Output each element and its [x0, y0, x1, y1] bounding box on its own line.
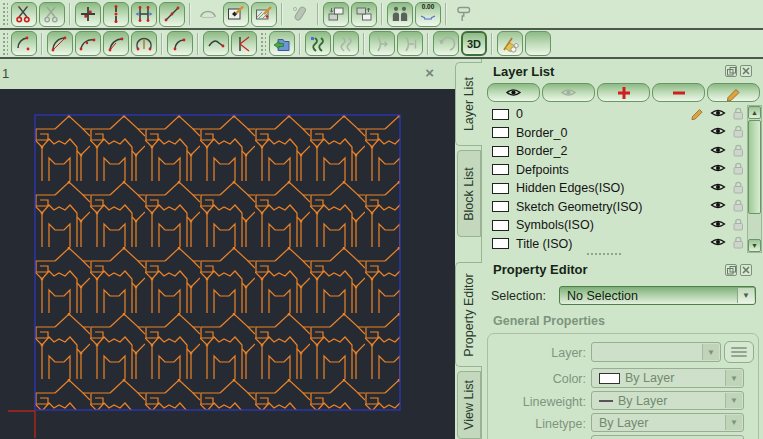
show-all-layers-button[interactable]: [487, 83, 540, 102]
layer-visibility-eye-icon[interactable]: [710, 236, 726, 251]
layer-color-swatch[interactable]: [492, 183, 509, 194]
layer-color-swatch[interactable]: [492, 146, 509, 157]
layer-color-swatch[interactable]: [492, 220, 509, 231]
remove-layer-button[interactable]: [652, 83, 705, 102]
ellipse-arc-button[interactable]: [195, 2, 221, 27]
layer-color-swatch[interactable]: [492, 164, 509, 175]
view-3d-button[interactable]: 3D: [461, 31, 487, 56]
layer-row[interactable]: Symbols(ISO): [487, 216, 747, 235]
layer-lock-icon[interactable]: [731, 198, 745, 215]
trim-scissors-button[interactable]: [11, 2, 37, 27]
edit-hatch-button[interactable]: [251, 2, 277, 27]
polyline-add-node-button[interactable]: [333, 31, 359, 56]
layer-row[interactable]: Hidden Edges(ISO): [487, 179, 747, 198]
arc-angle-button[interactable]: [231, 31, 257, 56]
linetype-field-combo[interactable]: By Layer ▼: [591, 413, 744, 432]
divide-button[interactable]: [159, 2, 185, 27]
property-editor-close-button[interactable]: [740, 264, 752, 276]
tab-property-editor[interactable]: Property Editor: [455, 262, 482, 367]
layer-lock-icon[interactable]: [731, 124, 745, 141]
layer-list-scrollbar[interactable]: ▲ ▼: [747, 105, 762, 253]
add-layer-button[interactable]: [597, 83, 650, 102]
drawing-close-icon[interactable]: ×: [425, 64, 434, 81]
dropdown-arrow-icon[interactable]: ▼: [725, 370, 742, 386]
lengthen-button[interactable]: [103, 2, 129, 27]
toolbar-drag-handle[interactable]: [2, 2, 8, 26]
scroll-up-button[interactable]: ▲: [748, 106, 761, 119]
arc-continue-button[interactable]: [167, 31, 193, 56]
arc-reverse-button[interactable]: [203, 31, 229, 56]
drawing-tab-label: 1: [2, 66, 9, 81]
layer-color-swatch[interactable]: [492, 238, 509, 249]
edit-attributes-button[interactable]: [223, 2, 249, 27]
dropdown-arrow-icon[interactable]: ▼: [725, 393, 742, 408]
arc-center-button[interactable]: [131, 31, 157, 56]
layer-lock-icon[interactable]: [731, 235, 745, 252]
stretch-button[interactable]: [131, 2, 157, 27]
import-block-button[interactable]: [269, 31, 295, 56]
clean-drawing-button[interactable]: [497, 31, 523, 56]
order-top-button[interactable]: [323, 2, 349, 27]
trim-two-button[interactable]: [75, 2, 101, 27]
layer-row[interactable]: Border_0: [487, 124, 747, 143]
layer-color-swatch[interactable]: [492, 109, 509, 120]
selection-combo[interactable]: No Selection ▼: [559, 286, 756, 305]
layer-list-close-button[interactable]: [740, 65, 752, 77]
arc-point-button[interactable]: [11, 31, 37, 56]
property-editor-float-button[interactable]: [725, 264, 737, 276]
layer-row[interactable]: Title (ISO): [487, 235, 747, 254]
lineweight-field-combo[interactable]: By Layer ▼: [591, 391, 744, 410]
arc-start-end-button[interactable]: [47, 31, 73, 56]
drawing-canvas[interactable]: [0, 89, 455, 439]
polyline-trim-button[interactable]: [397, 31, 423, 56]
layer-list-float-button[interactable]: [725, 65, 737, 77]
layer-row[interactable]: Sketch Geometry(ISO): [487, 198, 747, 217]
tab-block-list[interactable]: Block List: [457, 150, 481, 237]
layer-visibility-eye-icon[interactable]: [710, 107, 726, 122]
arc-tangent-button[interactable]: [103, 31, 129, 56]
tab-view-list[interactable]: View List: [457, 371, 481, 439]
toggle-visibility-button[interactable]: [387, 2, 413, 27]
layer-visibility-eye-icon[interactable]: [710, 218, 726, 233]
scroll-down-button[interactable]: ▼: [748, 239, 761, 252]
hide-all-layers-button[interactable]: [542, 83, 595, 102]
dropdown-arrow-icon[interactable]: ▼: [725, 415, 742, 430]
layer-color-swatch[interactable]: [492, 201, 509, 212]
layer-visibility-eye-icon[interactable]: [710, 181, 726, 196]
layer-visibility-eye-icon[interactable]: [710, 125, 726, 140]
eraser-button[interactable]: [287, 2, 313, 27]
color-field-combo[interactable]: By Layer ▼: [591, 368, 744, 388]
tab-layer-list[interactable]: Layer List: [455, 62, 482, 146]
layer-menu-button[interactable]: [724, 341, 754, 363]
layer-row[interactable]: Border_2: [487, 142, 747, 161]
dropdown-arrow-icon[interactable]: ▼: [737, 288, 754, 303]
trim-scissors-disabled-button[interactable]: [39, 2, 65, 27]
arc-chord-button[interactable]: [75, 31, 101, 56]
toolbar-drag-handle[interactable]: [260, 32, 266, 56]
order-bottom-button[interactable]: [351, 2, 377, 27]
layer-field-combo[interactable]: ▼: [591, 342, 721, 362]
dropdown-arrow-icon[interactable]: ▼: [702, 344, 719, 360]
layer-lock-icon[interactable]: [731, 161, 745, 178]
paint-roller-button[interactable]: [451, 2, 477, 27]
modify-layer-button[interactable]: [707, 83, 760, 102]
undo-segment-button[interactable]: [433, 31, 459, 56]
scrollbar-thumb[interactable]: [748, 120, 761, 214]
layer-visibility-eye-icon[interactable]: [710, 162, 726, 177]
partial-field-combo[interactable]: [591, 435, 744, 439]
polyline-append-button[interactable]: [369, 31, 395, 56]
layer-lock-icon[interactable]: [731, 143, 745, 160]
layer-visibility-eye-icon[interactable]: [710, 199, 726, 214]
layer-color-swatch[interactable]: [492, 127, 509, 138]
layer-row[interactable]: Defpoints: [487, 161, 747, 180]
layer-visibility-eye-icon[interactable]: [710, 144, 726, 159]
layer-lock-icon[interactable]: [731, 180, 745, 197]
polyline-create-button[interactable]: [305, 31, 331, 56]
tolerance-button[interactable]: 0.00: [415, 2, 441, 27]
toolbar-drag-handle[interactable]: [2, 32, 8, 56]
arc-point-icon: [14, 34, 34, 54]
layer-row[interactable]: 0: [487, 105, 747, 124]
layer-lock-icon[interactable]: [731, 106, 745, 123]
layer-lock-icon[interactable]: [731, 217, 745, 234]
empty-slot-button[interactable]: [525, 31, 551, 56]
